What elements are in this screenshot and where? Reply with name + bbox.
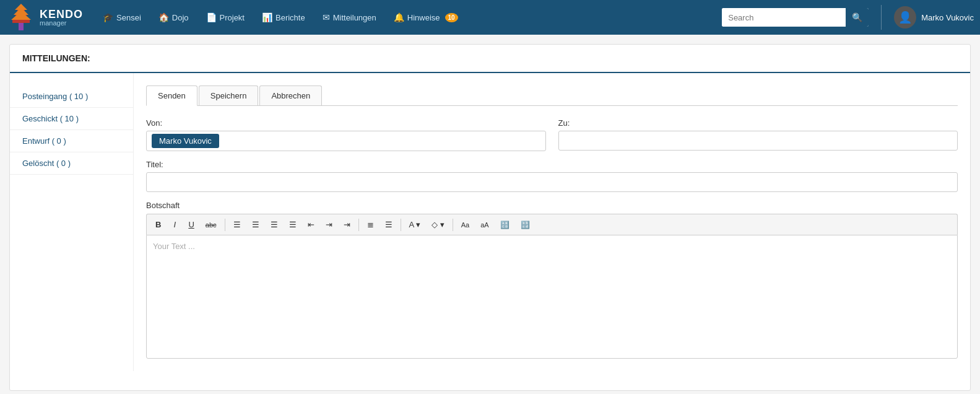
toolbar-indent-right[interactable]: ⇥ <box>339 217 355 232</box>
user-name: Marko Vukovic <box>921 13 974 22</box>
svg-marker-4 <box>11 11 31 20</box>
toolbar-format2[interactable]: 🔡 <box>516 218 535 232</box>
tab-speichern[interactable]: Speichern <box>199 85 259 105</box>
logo-text: KENDO manager <box>40 9 83 27</box>
nav-item-sensei[interactable]: 🎓 Sensei <box>95 9 149 26</box>
toolbar-font-size-small[interactable]: Aa <box>456 219 474 231</box>
nav-item-dojo[interactable]: 🏠 Dojo <box>151 9 196 26</box>
content-layout: Posteingang ( 10 ) Geschickt ( 10 ) Entw… <box>10 73 970 371</box>
from-group: Von: Marko Vukovic <box>146 118 546 151</box>
toolbar-ordered-list[interactable]: ≣ <box>362 217 379 232</box>
logo-manager-label: manager <box>40 20 83 27</box>
toolbar-outdent[interactable]: ⇤ <box>303 217 319 232</box>
toolbar-underline[interactable]: U <box>183 217 199 232</box>
search-box[interactable]: 🔍 <box>722 8 869 27</box>
toolbar-indent[interactable]: ⇥ <box>321 217 337 232</box>
tab-abbrechen-label: Abbrechen <box>271 91 310 100</box>
svg-rect-6 <box>19 23 24 30</box>
tab-senden[interactable]: Senden <box>146 85 197 106</box>
editor-section: Botschaft B I U abc ☰ ☰ ☰ ☰ ⇤ ⇥ ⇥ ≣ ☰ <box>146 201 958 359</box>
titel-input[interactable] <box>146 172 958 192</box>
tab-bar: Senden Speichern Abbrechen <box>146 85 958 106</box>
toolbar-sep-1 <box>225 219 225 231</box>
tab-abbrechen[interactable]: Abbrechen <box>259 85 322 105</box>
main-panel: Senden Speichern Abbrechen Von: Marko Vu… <box>134 73 970 371</box>
toolbar-font-size-large[interactable]: aA <box>475 219 493 231</box>
to-group: Zu: <box>558 118 958 151</box>
toolbar-align-right[interactable]: ☰ <box>266 217 283 232</box>
toolbar-highlight[interactable]: ◇ ▾ <box>427 217 449 232</box>
hinweise-badge: 10 <box>445 13 458 22</box>
nav-items: 🎓 Sensei 🏠 Dojo 📄 Projekt 📊 Berichte ✉ M… <box>95 9 722 26</box>
main-content: MITTEILUNGEN: Posteingang ( 10 ) Geschic… <box>9 44 971 391</box>
page-title: MITTEILUNGEN: <box>10 45 970 73</box>
sensei-icon: 🎓 <box>103 12 113 22</box>
tab-senden-label: Senden <box>158 91 186 100</box>
sidebar-item-entwurf[interactable]: Entwurf ( 0 ) <box>10 130 133 152</box>
from-to-row: Von: Marko Vukovic Zu: <box>146 118 958 151</box>
mitteilungen-icon: ✉ <box>323 12 330 22</box>
logo[interactable]: KENDO manager <box>6 2 83 32</box>
search-input[interactable] <box>722 8 846 27</box>
dojo-icon: 🏠 <box>158 12 169 22</box>
nav-item-projekt[interactable]: 📄 Projekt <box>199 9 252 26</box>
toolbar-sep-4 <box>453 219 453 231</box>
toolbar-bold[interactable]: B <box>150 217 166 232</box>
toolbar-format1[interactable]: 🔠 <box>495 218 514 232</box>
nav-dojo-label: Dojo <box>172 13 189 22</box>
svg-rect-5 <box>12 20 30 23</box>
from-tag: Marko Vukovic <box>152 134 219 148</box>
editor-body[interactable]: Your Text ... <box>146 235 958 359</box>
search-button[interactable]: 🔍 <box>846 8 869 27</box>
titel-group: Titel: <box>146 160 958 192</box>
nav-mitteilungen-label: Mitteilungen <box>333 13 376 22</box>
sidebar-geschickt-label: Geschickt ( 10 ) <box>22 114 79 123</box>
nav-item-berichte[interactable]: 📊 Berichte <box>254 9 313 26</box>
nav-item-hinweise[interactable]: 🔔 Hinweise 10 <box>386 9 466 26</box>
titel-label: Titel: <box>146 160 958 169</box>
sidebar-posteingang-label: Posteingang ( 10 ) <box>22 92 88 101</box>
nav-projekt-label: Projekt <box>220 13 245 22</box>
user-area[interactable]: 👤 Marko Vukovic <box>894 6 974 28</box>
sidebar-item-geschickt[interactable]: Geschickt ( 10 ) <box>10 108 133 130</box>
toolbar-sep-3 <box>401 219 401 231</box>
from-field: Marko Vukovic <box>146 131 546 151</box>
toolbar-italic[interactable]: I <box>167 217 182 232</box>
nav-berichte-label: Berichte <box>275 13 305 22</box>
zu-input[interactable] <box>558 131 958 151</box>
toolbar-sep-2 <box>358 219 359 231</box>
editor-toolbar: B I U abc ☰ ☰ ☰ ☰ ⇤ ⇥ ⇥ ≣ ☰ A ▾ <box>146 214 958 235</box>
avatar: 👤 <box>894 6 916 28</box>
nav-sensei-label: Sensei <box>116 13 141 22</box>
sidebar-entwurf-label: Entwurf ( 0 ) <box>22 136 66 146</box>
toolbar-strikethrough[interactable]: abc <box>201 219 222 231</box>
von-label: Von: <box>146 118 546 128</box>
toolbar-unordered-list[interactable]: ☰ <box>380 217 397 232</box>
logo-icon <box>6 2 36 32</box>
editor-placeholder: Your Text ... <box>153 242 195 251</box>
nav-hinweise-label: Hinweise <box>407 13 440 22</box>
toolbar-align-justify[interactable]: ☰ <box>284 217 301 232</box>
hinweise-icon: 🔔 <box>394 12 404 22</box>
nav-item-mitteilungen[interactable]: ✉ Mitteilungen <box>315 9 384 26</box>
toolbar-font-color[interactable]: A ▾ <box>404 217 426 232</box>
botschaft-label: Botschaft <box>146 201 958 210</box>
top-navigation: KENDO manager 🎓 Sensei 🏠 Dojo 📄 Projekt … <box>0 0 980 35</box>
nav-divider <box>881 5 882 30</box>
zu-label: Zu: <box>558 118 958 128</box>
sidebar-item-posteingang[interactable]: Posteingang ( 10 ) <box>10 85 133 108</box>
tab-speichern-label: Speichern <box>210 91 247 100</box>
toolbar-align-center[interactable]: ☰ <box>247 217 264 232</box>
titel-row: Titel: <box>146 160 958 192</box>
sidebar: Posteingang ( 10 ) Geschickt ( 10 ) Entw… <box>10 73 134 371</box>
berichte-icon: 📊 <box>262 12 272 22</box>
sidebar-geloscht-label: Gelöscht ( 0 ) <box>22 159 71 168</box>
sidebar-item-geloscht[interactable]: Gelöscht ( 0 ) <box>10 152 133 175</box>
projekt-icon: 📄 <box>206 12 217 22</box>
toolbar-align-left[interactable]: ☰ <box>228 217 246 232</box>
logo-kendo-label: KENDO <box>40 9 83 20</box>
nav-right: 🔍 👤 Marko Vukovic <box>722 5 974 30</box>
